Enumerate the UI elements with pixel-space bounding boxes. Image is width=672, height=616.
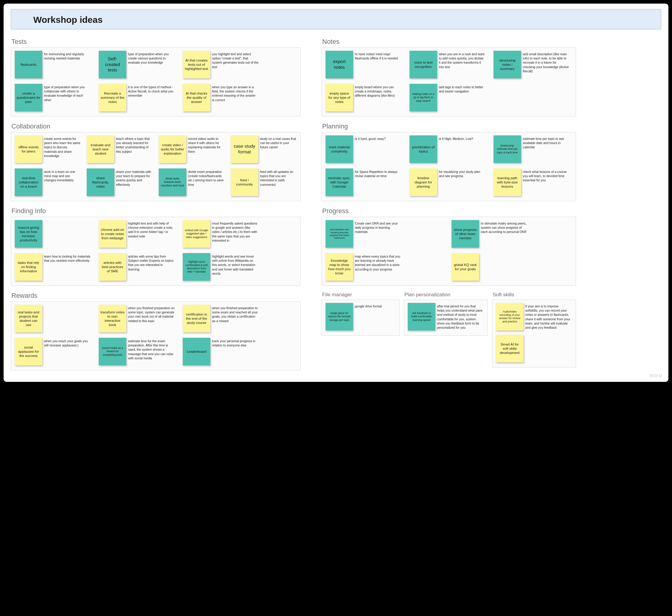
- card-pair: create a questionaire for peertype of pr…: [15, 84, 93, 111]
- sticky-note[interactable]: show progress of other team member: [451, 220, 479, 248]
- sticky-desc: feed with all updates on topics that you…: [260, 168, 297, 187]
- card-pair: Self-created teststype of preparation wh…: [99, 51, 177, 78]
- sticky-note[interactable]: structuring notes / summary: [493, 51, 521, 78]
- sticky-note[interactable]: Knowledge map to show how much you know: [325, 253, 353, 281]
- sticky-note[interactable]: chrome add-on to create notes from webpa…: [99, 220, 126, 248]
- sticky-note[interactable]: articles with best practices of SME: [99, 253, 126, 281]
- sticky-desc: to have notes/ mind map/ flashcards offl…: [355, 51, 401, 60]
- sticky-note[interactable]: learning path with byte-size lessons: [493, 168, 521, 196]
- sticky-desc: for Space Repetition to always revise ma…: [355, 168, 401, 178]
- watermark: miro: [649, 373, 662, 379]
- sticky-note[interactable]: offline events for peers: [15, 135, 42, 163]
- card-pair: offline events for peerscreate some even…: [15, 135, 81, 163]
- card-pair: AI that creates tests out of highlighted…: [183, 51, 261, 78]
- sticky-note[interactable]: Recreate a summary of the notes: [99, 84, 126, 111]
- card-pair: self-evaluation and showing personal pro…: [325, 220, 445, 248]
- sticky-desc: Create own OKR and see your daily progre…: [355, 220, 401, 234]
- sticky-note[interactable]: social-media as a reward for completing …: [99, 338, 126, 365]
- sticky-note[interactable]: case study format: [231, 135, 258, 163]
- card-pair: evaluate and teach new studentteach othe…: [87, 135, 153, 163]
- section-title-softskills: Soft skills: [493, 292, 576, 298]
- sticky-note[interactable]: timeline diagram for planning: [409, 168, 437, 196]
- mini-section-group: File manager single place for various fi…: [322, 289, 576, 371]
- sticky-note[interactable]: real-time collaboration on a board: [15, 168, 42, 196]
- mini-col: File manager single place for various fi…: [322, 289, 400, 339]
- sticky-note[interactable]: feed / community: [231, 168, 258, 196]
- sticky-desc: share your materials with your team to p…: [116, 168, 153, 187]
- card-pair: embed with Google suggested q&a + video …: [183, 220, 261, 248]
- sticky-note[interactable]: embed with Google suggested q&a + video …: [183, 220, 210, 248]
- sticky-desc: when you finished preparation to some ex…: [212, 305, 259, 323]
- sticky-note[interactable]: self-evaluation and showing personal pro…: [325, 220, 353, 248]
- card-pair: empty space for any type of notesempty b…: [325, 84, 403, 111]
- sticky-note[interactable]: Self-created tests: [99, 51, 126, 78]
- sticky-desc: is it hard, good, easy?: [355, 135, 386, 141]
- mini-col: Soft skills Audio/video recording of you…: [492, 289, 576, 371]
- sticky-note[interactable]: share flashcards, notes: [87, 168, 114, 196]
- sticky-note[interactable]: transform notes to own interactive book: [99, 305, 126, 332]
- sticky-note[interactable]: create video / audio for better explanat…: [159, 135, 186, 163]
- sticky-note[interactable]: Leaderboard: [183, 338, 210, 365]
- sticky-note[interactable]: global KQ rank for your goals: [451, 253, 479, 281]
- sticky-desc: when you type an answer in a field, the …: [212, 84, 259, 102]
- sticky-desc: divide exam preparation (create notes/fl…: [188, 168, 225, 187]
- sticky-note[interactable]: single place for various file formats st…: [325, 303, 353, 331]
- section-tests: flashcardsfor memorizing and regularly r…: [11, 47, 301, 116]
- card-pair: Recreate a summary of the notesit is one…: [99, 84, 177, 111]
- sticky-note[interactable]: certification in the end of the study co…: [183, 305, 210, 332]
- section-title-notes: Notes: [322, 38, 576, 46]
- sticky-desc: study on a real cases that can be useful…: [260, 135, 297, 149]
- card-pair: divide tasks between team members and tr…: [159, 168, 225, 196]
- sticky-desc: when you are in a rush and want to add n…: [439, 51, 485, 69]
- card-pair: mascot giving tips on how increase produ…: [15, 220, 93, 248]
- sticky-note[interactable]: voice to text recognition: [409, 51, 437, 78]
- card-pair: case study formatstudy on a real cases t…: [231, 135, 297, 163]
- sticky-note[interactable]: mascot giving tips on how increase produ…: [15, 220, 42, 248]
- section-planning: mark material complexityis it hard, good…: [322, 132, 576, 201]
- sticky-note[interactable]: AI that checks the quality of answer: [183, 84, 210, 111]
- sticky-desc: if your aim is to improve softskills, yo…: [525, 303, 572, 330]
- section-title-filemanager: File manager: [322, 292, 400, 298]
- card-pair: transform notes to own interactive bookw…: [99, 305, 177, 332]
- sticky-note[interactable]: AI that creates tests out of highlighted…: [183, 51, 210, 78]
- sticky-note[interactable]: create a questionaire for peer: [15, 84, 42, 111]
- sticky-note[interactable]: divide tasks between team members and tr…: [159, 168, 186, 196]
- sticky-note[interactable]: prioritization of topics: [409, 135, 437, 163]
- left-column: Tests flashcardsfor memorizing and regul…: [11, 35, 301, 374]
- sticky-desc: most frequently asked questions in googl…: [212, 220, 259, 242]
- sticky-note[interactable]: evaluate and teach new student: [87, 135, 114, 163]
- section-finding: mascot giving tips on how increase produ…: [11, 217, 301, 286]
- sticky-desc: it is one of the types of method - Activ…: [128, 84, 175, 98]
- section-progress: self-evaluation and showing personal pro…: [322, 217, 576, 286]
- sticky-desc: add tags to each notes to better and eas…: [439, 84, 485, 93]
- sticky-note[interactable]: tasks that rely on finding information: [15, 253, 42, 281]
- section-collaboration: offline events for peerscreate some even…: [11, 132, 301, 201]
- card-pair: Smart AI for soft skills development: [496, 335, 574, 362]
- card-pair: structuring notes / summaryadd small des…: [493, 51, 571, 78]
- sticky-note[interactable]: export notes: [325, 51, 353, 78]
- section-softskills: Audio/video recording of your answer for…: [492, 299, 576, 368]
- card-pair: timeline diagram for planningfor visuali…: [409, 168, 487, 196]
- sticky-note[interactable]: ask feedback to build comfortable learni…: [408, 303, 435, 331]
- sticky-note[interactable]: flashcards: [15, 51, 42, 78]
- sticky-note[interactable]: Audio/video recording of your answer for…: [496, 303, 523, 331]
- card-pair: learning path with byte-size lessonschec…: [493, 168, 571, 196]
- sticky-desc: map where every topics that you are lear…: [355, 253, 401, 271]
- card-pair: ask feedback to build comfortable learni…: [408, 303, 486, 331]
- card-pair: prioritization of topicsis it High, Medi…: [409, 135, 487, 163]
- sticky-note[interactable]: real tasks and projects that student can…: [15, 305, 42, 332]
- sticky-note[interactable]: making notes on a go & tag them to easy …: [409, 84, 437, 111]
- sticky-desc: articles with some tips from Subject mat…: [128, 253, 175, 271]
- sticky-note[interactable]: social applauses for the success: [15, 338, 42, 365]
- sticky-note[interactable]: empty space for any type of notes: [325, 84, 353, 111]
- sticky-desc: teach others a topic that you already le…: [116, 135, 153, 154]
- card-pair: real tasks and projects that student can…: [15, 305, 93, 332]
- sticky-desc: type of preparation when you create vari…: [128, 51, 175, 65]
- sticky-desc: check what lessons of a course you will …: [523, 168, 569, 182]
- sticky-note[interactable]: reminder sync. with Google Calendar: [325, 168, 353, 196]
- sticky-note[interactable]: timeboxing: estimate time per topic & tr…: [493, 135, 521, 163]
- section-title-tests: Tests: [11, 38, 301, 46]
- sticky-note[interactable]: mark material complexity: [325, 135, 353, 163]
- sticky-note[interactable]: highlight word combination & pull descri…: [183, 253, 210, 281]
- sticky-note[interactable]: Smart AI for soft skills development: [496, 335, 523, 362]
